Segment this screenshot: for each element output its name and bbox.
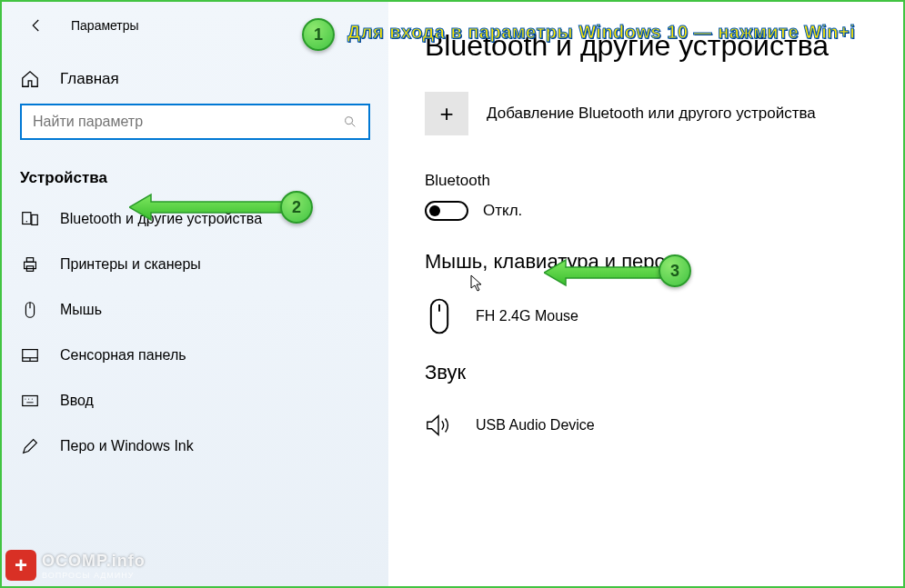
cursor-icon — [470, 274, 485, 293]
annotation-marker-3: 3 — [659, 254, 691, 287]
nav-pen[interactable]: Перо и Windows Ink — [2, 424, 388, 469]
speaker-icon — [425, 406, 454, 444]
audio-section: Звук USB Audio Device — [425, 361, 885, 470]
section-heading-audio: Звук — [425, 361, 885, 384]
svg-marker-21 — [544, 260, 660, 285]
nav-label: Сенсорная панель — [60, 347, 186, 364]
svg-rect-5 — [25, 262, 36, 268]
arrow-left-icon — [28, 17, 45, 34]
sidebar: Параметры Главная Устройства Bluetooth и… — [2, 2, 388, 586]
device-name: FH 2.4G Mouse — [476, 308, 578, 324]
toggle-knob — [429, 205, 440, 216]
search-box[interactable] — [20, 104, 370, 140]
nav-label: Перо и Windows Ink — [60, 438, 194, 454]
annotation-arrow-3 — [544, 258, 671, 287]
devices-icon — [20, 209, 40, 229]
home-label: Главная — [60, 70, 119, 88]
svg-point-0 — [346, 117, 353, 125]
annotation-marker-2: 2 — [280, 191, 313, 224]
keyboard-icon — [20, 391, 40, 411]
search-icon — [343, 115, 357, 129]
mouse-icon — [20, 300, 40, 320]
nav-touchpad[interactable]: Сенсорная панель — [2, 333, 388, 378]
svg-line-1 — [352, 124, 355, 126]
annotation-arrow-2 — [129, 193, 293, 222]
watermark-main: OCOMP.info — [42, 552, 146, 571]
touchpad-icon — [20, 345, 40, 365]
nav-label: Принтеры и сканеры — [60, 256, 201, 273]
mouse-device-icon — [425, 297, 454, 335]
pen-icon — [20, 436, 40, 456]
nav-printers[interactable]: Принтеры и сканеры — [2, 242, 388, 287]
device-name: USB Audio Device — [476, 417, 595, 434]
svg-point-4 — [26, 221, 27, 222]
bluetooth-label: Bluetooth — [425, 172, 885, 190]
svg-marker-20 — [129, 194, 282, 220]
section-title-devices: Устройства — [2, 160, 388, 196]
annotation-marker-1: 1 — [302, 18, 335, 51]
nav-mouse[interactable]: Мышь — [2, 287, 388, 333]
search-input[interactable] — [33, 114, 343, 130]
search-container — [2, 104, 388, 160]
window-title: Параметры — [71, 18, 139, 33]
watermark-plus-icon: + — [5, 550, 36, 581]
home-icon — [20, 69, 40, 89]
plus-icon: + — [425, 92, 468, 135]
printer-icon — [20, 254, 40, 274]
add-device-label: Добавление Bluetooth или другого устройс… — [487, 105, 816, 123]
svg-rect-13 — [23, 396, 38, 406]
home-nav[interactable]: Главная — [2, 58, 388, 104]
nav-label: Ввод — [60, 393, 94, 409]
main-content: Bluetooth и другие устройства + Добавлен… — [388, 2, 903, 586]
bluetooth-state: Откл. — [483, 202, 522, 220]
add-device-button[interactable]: + Добавление Bluetooth или другого устро… — [425, 92, 885, 135]
device-audio[interactable]: USB Audio Device — [425, 401, 885, 470]
device-mouse[interactable]: FH 2.4G Mouse — [425, 292, 885, 361]
svg-rect-2 — [23, 213, 31, 224]
watermark: + OCOMP.info ВОПРОСЫ АДМИНУ — [5, 550, 146, 581]
svg-rect-3 — [32, 214, 37, 224]
svg-rect-6 — [26, 258, 33, 263]
nav-label: Мышь — [60, 302, 102, 318]
bluetooth-toggle[interactable] — [425, 201, 468, 221]
watermark-sub: ВОПРОСЫ АДМИНУ — [42, 571, 146, 580]
back-button[interactable] — [20, 9, 53, 42]
nav-typing[interactable]: Ввод — [2, 378, 388, 424]
annotation-banner: Для входа в параметры Windows 10 — нажми… — [347, 22, 855, 43]
bluetooth-section: Bluetooth Откл. — [425, 172, 885, 221]
